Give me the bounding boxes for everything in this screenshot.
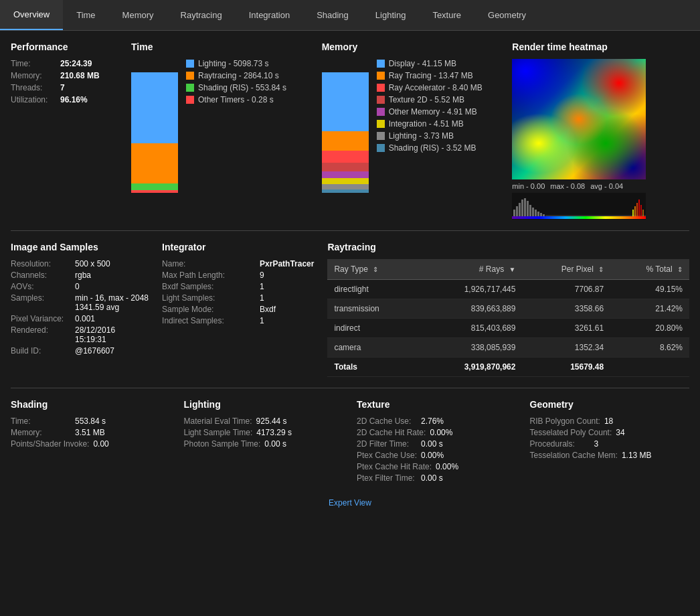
integ-name-value: PxrPathTracer — [260, 259, 314, 268]
tab-geometry[interactable]: Geometry — [474, 0, 539, 30]
shading-points-label: Points/Shader Invoke: — [11, 439, 89, 449]
rays-cell: 338,085,939 — [420, 338, 523, 358]
channels-value: rgba — [75, 271, 91, 280]
perf-utilization-row: Utilization: 96.16% — [11, 95, 118, 104]
tab-lighting[interactable]: Lighting — [362, 0, 420, 30]
integ-bxdf-value: 1 — [260, 282, 264, 291]
per-pixel-cell: 7706.87 — [522, 280, 610, 299]
rendered-date: 28/12/2016 — [75, 325, 115, 335]
ray-type-cell: directlight — [327, 280, 420, 299]
bottom-row: Shading Time: 553.84 s Memory: 3.51 MB P… — [11, 399, 689, 485]
rays-cell: 1,926,717,445 — [420, 280, 523, 299]
perf-memory-label: Memory: — [11, 71, 56, 80]
svg-rect-1 — [513, 210, 515, 216]
perf-time-row: Time: 25:24.39 — [11, 59, 118, 68]
channels-label: Channels: — [11, 271, 71, 280]
legend-item-label: Display - 41.15 MB — [389, 59, 456, 68]
legend-item-label: Lighting - 5098.73 s — [198, 59, 268, 68]
svg-rect-8 — [532, 208, 534, 216]
tex-cache-use-row: 2D Cache Use: 2.76% — [357, 416, 517, 426]
geo-rib-row: RIB Polygon Count: 18 — [530, 416, 690, 426]
raytracing-panel: Raytracing Ray Type ⇕ # Rays ▼ Per Pix — [327, 242, 689, 377]
per-pixel-cell: 1352.34 — [522, 338, 610, 358]
heatmap-stats: min - 0.00 max - 0.08 avg - 0.04 — [512, 182, 689, 190]
legend-color-dot — [377, 96, 385, 104]
col-per-pixel[interactable]: Per Pixel ⇕ — [522, 259, 610, 280]
legend-item-label: Ray Accelerator - 8.40 MB — [389, 83, 483, 92]
svg-rect-18 — [640, 205, 642, 216]
svg-rect-9 — [535, 210, 537, 216]
col-pct-total[interactable]: % Total ⇕ — [610, 259, 689, 280]
lighting-sample-value: 4173.29 s — [256, 428, 292, 437]
legend-color-dot — [377, 60, 385, 68]
shading-points-value: 0.00 — [93, 439, 108, 449]
tab-shading[interactable]: Shading — [303, 0, 362, 30]
aovs-row: AOVs: 0 — [11, 282, 149, 291]
legend-color-dot — [377, 120, 385, 128]
section-divider-1 — [11, 230, 689, 231]
lighting-sample-label: Light Sample Time: — [184, 428, 253, 437]
totals-cell: 3,919,870,962 — [420, 358, 523, 377]
time-chart-container: Time Lighting - 5098.73 sRaytracing - 28… — [131, 42, 286, 220]
time-legend-item: Shading (RIS) - 553.84 s — [186, 83, 286, 92]
samples-min-max: min - 16, max - 2048 — [75, 293, 149, 303]
svg-rect-4 — [521, 200, 523, 216]
legend-item-label: Texture 2D - 5.52 MB — [389, 95, 464, 104]
heatmap-gradient — [512, 59, 646, 179]
perf-threads-label: Threads: — [11, 83, 56, 92]
tab-time[interactable]: Time — [63, 0, 108, 30]
perf-time-label: Time: — [11, 59, 56, 68]
performance-title: Performance — [11, 42, 118, 52]
legend-item-label: Other Timers - 0.28 s — [198, 95, 274, 104]
rendered-row: Rendered: 28/12/2016 15:19:31 — [11, 325, 149, 344]
build-id-value: @1676607 — [75, 346, 114, 356]
tab-memory[interactable]: Memory — [109, 0, 167, 30]
svg-rect-0 — [512, 216, 646, 219]
integ-indirect-row: Indirect Samples: 1 — [162, 316, 314, 325]
ptex-cache-row: Ptex Cache Use: 0.00% — [357, 451, 517, 460]
shading-time-row: Time: 553.84 s — [11, 416, 171, 426]
memory-legend-item: Lighting - 3.73 MB — [377, 131, 483, 141]
svg-rect-10 — [537, 212, 539, 216]
pixel-variance-row: Pixel Variance: 0.001 — [11, 314, 149, 323]
time-bar-segment — [131, 190, 178, 193]
ray-type-cell: indirect — [327, 319, 420, 338]
tab-integration[interactable]: Integration — [236, 0, 303, 30]
lighting-material-row: Material Eval Time: 925.44 s — [184, 416, 344, 426]
texture-panel: Texture 2D Cache Use: 2.76% 2D Cache Hit… — [357, 399, 517, 485]
lighting-material-label: Material Eval Time: — [184, 416, 252, 426]
shading-memory-label: Memory: — [11, 428, 71, 437]
geo-cache-value: 1.13 MB — [622, 451, 652, 460]
svg-rect-19 — [642, 210, 644, 216]
col-rays[interactable]: # Rays ▼ — [420, 259, 523, 280]
legend-item-label: Other Memory - 4.91 MB — [389, 107, 477, 117]
legend-color-dot — [186, 84, 194, 92]
tab-texture[interactable]: Texture — [419, 0, 474, 30]
tex-cache-use-label: 2D Cache Use: — [357, 416, 417, 426]
memory-bar-segment — [322, 189, 369, 193]
heatmap-image — [512, 59, 646, 179]
resolution-value: 500 x 500 — [75, 259, 110, 268]
memory-legend-item: Integration - 4.51 MB — [377, 119, 483, 129]
table-row: directlight1,926,717,4457706.8749.15% — [327, 280, 689, 299]
legend-color-dot — [186, 72, 194, 80]
time-panel: Time Lighting - 5098.73 sRaytracing - 28… — [131, 42, 309, 220]
sort-icon-per-pixel: ⇕ — [598, 266, 604, 273]
memory-legend-item: Display - 41.15 MB — [377, 59, 483, 68]
perf-memory-row: Memory: 210.68 MB — [11, 71, 118, 80]
heatmap-histogram — [512, 193, 646, 220]
col-ray-type[interactable]: Ray Type ⇕ — [327, 259, 420, 280]
expert-view-link[interactable]: Expert View — [329, 498, 371, 508]
ptex-cache-value: 0.00% — [421, 451, 444, 460]
tab-overview[interactable]: Overview — [0, 0, 63, 30]
tab-raytracing[interactable]: Raytracing — [167, 0, 236, 30]
pixel-variance-value: 0.001 — [75, 314, 95, 323]
integ-name-row: Name: PxrPathTracer — [162, 259, 314, 268]
image-samples-title: Image and Samples — [11, 242, 149, 252]
shading-panel: Shading Time: 553.84 s Memory: 3.51 MB P… — [11, 399, 171, 485]
aovs-value: 0 — [75, 282, 80, 291]
memory-panel: Memory Display - 41.15 MBRay Tracing - 1… — [322, 42, 499, 220]
svg-rect-16 — [636, 203, 638, 216]
lighting-panel: Lighting Material Eval Time: 925.44 s Li… — [184, 399, 344, 485]
totals-row: Totals3,919,870,96215679.48 — [327, 358, 689, 377]
